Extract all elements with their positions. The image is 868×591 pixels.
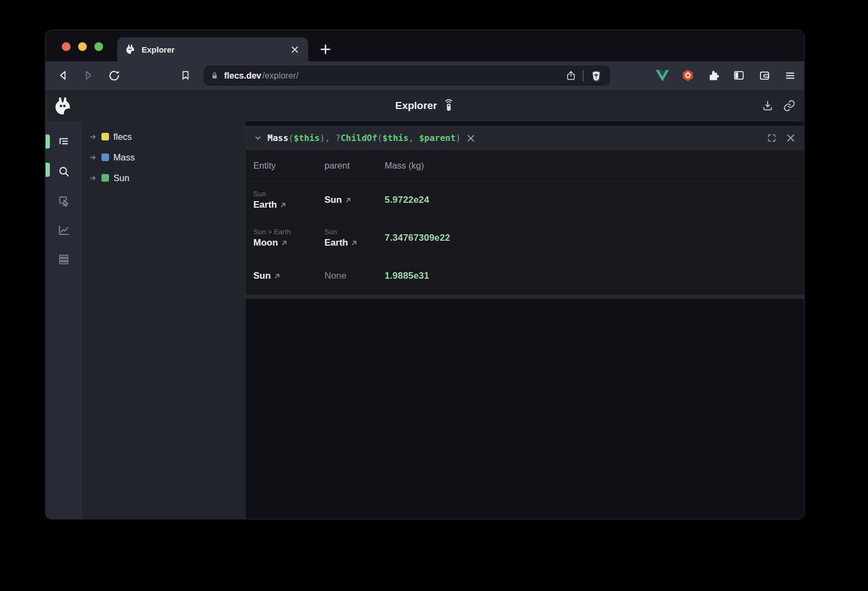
commands-icon[interactable] [57, 252, 71, 266]
tree-item-flecs[interactable]: flecs [82, 126, 246, 147]
lock-icon [210, 71, 219, 80]
hexagon-extension-icon[interactable] [680, 68, 695, 83]
query-panel: Mass($this), ?ChildOf($this, $parent) [246, 126, 804, 299]
expand-arrow-icon[interactable] [89, 133, 97, 141]
tree-item-label: Mass [113, 152, 135, 163]
query-token: ), [320, 133, 335, 143]
entity-color-swatch [101, 153, 109, 161]
search-icon[interactable] [57, 164, 71, 178]
urlbar-divider [583, 70, 584, 82]
flecs-favicon-icon [125, 44, 136, 55]
url-bar[interactable]: flecs.dev /explorer/ [203, 66, 610, 86]
browser-toolbar: flecs.dev /explorer/ [46, 61, 804, 90]
query-token: ? [335, 133, 341, 143]
app-header: Explorer [46, 90, 804, 121]
reload-icon[interactable] [106, 68, 122, 83]
entity-cell: Sun > Earth Moon [253, 228, 324, 248]
open-link-arrow-icon [274, 273, 280, 279]
extensions-puzzle-icon[interactable] [706, 68, 721, 83]
tab-strip: Explorer [46, 30, 804, 61]
close-window-button[interactable] [62, 42, 71, 51]
entity-path: Sun > Earth [253, 228, 324, 236]
table-row: Sun Earth Sun 5.9722e24 [246, 181, 804, 219]
share-icon[interactable] [564, 69, 578, 83]
query-expression[interactable]: Mass($this), ?ChildOf($this, $parent) [267, 133, 461, 143]
bookmark-icon[interactable] [178, 68, 193, 83]
collapse-chevron-icon[interactable] [253, 133, 263, 143]
query-token: ( [377, 133, 382, 143]
query-token: ChildOf [341, 133, 377, 143]
fullscreen-icon[interactable] [765, 132, 777, 144]
entity-tree-panel: flecs Mass Sun [82, 121, 246, 519]
query-token: $this [382, 133, 409, 143]
entity-tree-icon[interactable] [57, 135, 71, 149]
entity-link[interactable]: Earth [253, 200, 324, 210]
entity-color-swatch [101, 133, 109, 140]
wallet-icon[interactable] [757, 68, 772, 83]
tree-item-mass[interactable]: Mass [82, 147, 246, 168]
entity-link[interactable]: Sun [253, 271, 324, 281]
tab-close-icon[interactable] [289, 43, 301, 55]
mass-value: 1.9885e31 [385, 271, 804, 281]
tree-item-sun[interactable]: Sun [82, 168, 246, 188]
parent-path: Sun [324, 228, 385, 236]
parent-cell: Sun Earth [324, 228, 385, 248]
icon-rail [46, 121, 82, 519]
expand-arrow-icon[interactable] [89, 153, 97, 162]
vue-devtools-icon[interactable] [655, 68, 670, 83]
column-header-entity: Entity [253, 160, 324, 171]
browser-tab-explorer[interactable]: Explorer [117, 37, 308, 61]
query-results-table: Entity parent Mass (kg) Sun Earth [246, 150, 804, 295]
active-panel-pill-tree [46, 134, 50, 149]
close-panel-icon[interactable] [784, 132, 796, 144]
query-token: $parent [419, 133, 455, 143]
main-area: Mass($this), ?ChildOf($this, $parent) [246, 121, 804, 519]
table-row: Sun > Earth Moon Sun Earth [246, 219, 804, 257]
tree-item-label: Sun [113, 173, 129, 183]
panel-bottom-border [246, 295, 804, 299]
mass-value: 7.34767309e22 [385, 233, 804, 243]
inspector-icon[interactable] [57, 194, 71, 208]
expand-arrow-icon[interactable] [89, 174, 97, 182]
browser-window: Explorer [45, 30, 805, 519]
remote-connection-icon[interactable] [443, 99, 455, 113]
tab-title: Explorer [142, 45, 289, 54]
parent-cell: None [324, 271, 385, 281]
table-header-row: Entity parent Mass (kg) [246, 150, 804, 181]
active-panel-pill-query [46, 163, 50, 177]
open-link-arrow-icon [345, 197, 352, 203]
menu-icon[interactable] [782, 68, 797, 83]
entity-path: Sun [253, 190, 324, 198]
mass-value: 5.9722e24 [385, 195, 804, 205]
app-content: flecs Mass Sun [46, 121, 804, 519]
new-tab-button[interactable] [318, 42, 333, 57]
stats-chart-icon[interactable] [57, 223, 71, 237]
open-link-arrow-icon [281, 240, 288, 246]
minimize-window-button[interactable] [78, 42, 87, 51]
download-icon[interactable] [761, 99, 775, 113]
column-header-mass: Mass (kg) [385, 160, 804, 171]
column-header-parent: parent [324, 160, 385, 171]
table-row: Sun None 1.9885e31 [246, 257, 804, 295]
entity-cell: Sun Earth [253, 190, 324, 210]
brave-shield-icon[interactable] [589, 68, 604, 83]
sidebar-panel-icon[interactable] [731, 68, 746, 83]
entity-link[interactable]: Moon [253, 237, 324, 248]
query-token: , [409, 133, 419, 143]
zoom-window-button[interactable] [94, 42, 103, 51]
url-domain: flecs.dev [224, 71, 261, 81]
forward-icon[interactable] [81, 68, 96, 83]
parent-link[interactable]: Earth [324, 237, 385, 248]
query-token: Mass [267, 133, 289, 143]
query-token: ( [289, 133, 294, 143]
parent-none: None [324, 271, 385, 281]
open-link-arrow-icon [351, 240, 358, 246]
query-clear-icon[interactable] [465, 133, 476, 144]
query-token: $this [293, 133, 320, 143]
link-icon[interactable] [782, 99, 796, 113]
tree-item-label: flecs [113, 132, 132, 142]
back-icon[interactable] [55, 68, 71, 83]
parent-link[interactable]: Sun [324, 195, 385, 205]
traffic-lights [62, 42, 103, 51]
query-token: ) [456, 133, 461, 143]
